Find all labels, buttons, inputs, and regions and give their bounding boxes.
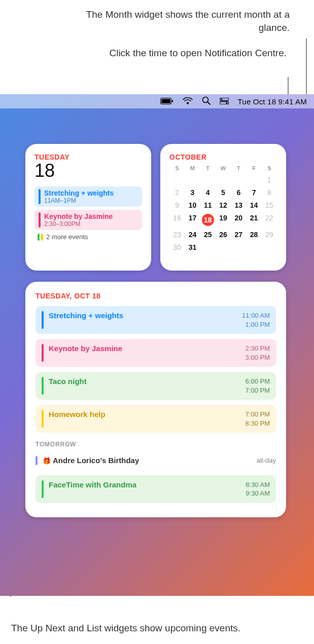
event-color-dot [41,234,43,241]
wifi-icon[interactable] [183,97,193,106]
month-title: October [169,153,277,161]
calendar-day[interactable]: 6 [231,188,246,197]
calendar-day[interactable]: 24 [185,231,200,239]
calendar-day[interactable]: 3 [185,188,200,197]
weekday-header: T [200,165,216,171]
event-title: Stretching + weights [49,311,237,329]
menubar-clock[interactable]: Tue Oct 18 9:41 AM [238,97,307,106]
event-color-bar [36,456,38,465]
upnext-date-number: 18 [34,160,142,181]
calendar-day[interactable]: 10 [185,201,200,209]
calendar-day[interactable]: 1 [262,176,277,184]
svg-point-8 [226,102,227,103]
event-times: all-day [257,456,276,465]
event-title: Keynote by Jasmine [44,212,113,220]
event-times: 2:30 PM3:00 PM [246,344,270,362]
event-title: Stretching + weights [44,189,114,197]
event-color-bar [42,344,44,362]
calendar-day[interactable]: 29 [262,231,277,239]
list-widget[interactable]: Tuesday, Oct 18 Stretching + weights11:0… [25,282,286,517]
calendar-day[interactable]: 19 [216,214,231,226]
event-times: 7:00 PM8:30 PM [246,410,270,428]
calendar-day[interactable]: 27 [231,231,246,239]
svg-line-4 [207,102,210,105]
event-title: 🎁Andre Lorico’s Birthday [43,456,252,465]
upnext-event[interactable]: Keynote by Jasmine2:30–3:00PM [34,210,142,230]
upnext-widget[interactable]: Tuesday 18 Stretching + weights11AM–1PMK… [25,144,151,271]
control-center-icon[interactable] [220,97,229,106]
calendar-day[interactable]: 9 [169,201,185,209]
list-event[interactable]: 🎁Andre Lorico’s Birthdayall-day [36,453,276,470]
event-title: Taco night [49,377,240,395]
calendar-day[interactable]: 20 [231,214,246,226]
prev-month-day [246,176,261,184]
svg-rect-1 [161,99,170,103]
callout-month-widget: The Month widget shows the current month… [77,8,290,34]
prev-month-day [185,176,200,184]
event-time: 11AM–1PM [44,197,114,204]
event-color-bar [42,480,44,498]
calendar-day[interactable]: 21 [246,214,261,226]
list-subheader-tomorrow: Tomorrow [36,441,276,448]
list-event[interactable]: Homework help7:00 PM8:30 PM [36,405,276,433]
prev-month-day [231,176,246,184]
weekday-header: S [262,165,277,171]
event-title: FaceTime with Grandma [49,480,240,498]
month-widget[interactable]: October SMTWTFS1234567891011121314151617… [160,144,286,271]
event-color-bar [39,189,41,204]
callout-time-click: Click the time to open Notification Cent… [74,47,287,60]
list-event[interactable]: Stretching + weights11:00 AM1:00 PM [36,306,276,334]
menubar: Tue Oct 18 9:41 AM [0,94,314,108]
calendar-day[interactable]: 16 [169,214,185,226]
today-date[interactable]: 18 [200,214,216,226]
calendar-day[interactable]: 7 [246,188,261,197]
battery-icon[interactable] [160,97,173,106]
spotlight-icon[interactable] [202,96,211,106]
gift-icon: 🎁 [43,457,51,465]
list-event[interactable]: Taco night6:00 PM7:00 PM [36,372,276,400]
event-times: 11:00 AM1:00 PM [242,311,270,329]
calendar-day[interactable]: 30 [169,243,185,251]
calendar-day[interactable]: 25 [200,231,216,239]
more-events-row[interactable]: 2 more events [34,233,142,241]
weekday-header: F [246,165,261,171]
event-color-dot [38,234,40,241]
event-color-bar [42,377,44,395]
calendar-day[interactable]: 15 [262,201,277,209]
svg-point-6 [221,98,222,100]
calendar-day[interactable]: 2 [169,188,185,197]
list-event[interactable]: Keynote by Jasmine2:30 PM3:00 PM [36,339,276,367]
calendar-day[interactable]: 22 [262,214,277,226]
calendar-day[interactable]: 31 [185,243,200,251]
calendar-day[interactable]: 8 [262,188,277,197]
weekday-header: S [169,165,185,171]
calendar-day[interactable]: 5 [216,188,231,197]
svg-point-3 [202,97,208,103]
svg-rect-2 [172,100,173,102]
event-times: 6:00 PM7:00 PM [246,377,270,395]
event-time: 2:30–3:00PM [44,220,113,228]
more-events-label: 2 more events [46,233,88,241]
list-event[interactable]: FaceTime with Grandma8:30 AM9:30 AM [36,475,276,503]
weekday-header: M [185,165,200,171]
desktop-area: Tue Oct 18 9:41 AM Tuesday 18 Stretching… [0,94,314,596]
event-color-bar [42,410,44,428]
callout-upnext-list: The Up Next and List widgets show upcomi… [11,622,245,635]
calendar-day[interactable]: 28 [246,231,261,239]
event-title: Homework help [49,410,240,428]
event-times: 8:30 AM9:30 AM [246,480,270,498]
calendar-day[interactable]: 26 [216,231,231,239]
calendar-day[interactable]: 12 [216,201,231,209]
calendar-day[interactable]: 17 [185,214,200,226]
callout-leader-line [288,77,289,96]
upnext-event[interactable]: Stretching + weights11AM–1PM [34,186,142,207]
calendar-day[interactable]: 14 [246,201,261,209]
calendar-day[interactable]: 13 [231,201,246,209]
calendar-day[interactable]: 11 [200,201,216,209]
weekday-header: W [216,165,231,171]
list-header-date: Tuesday, Oct 18 [36,292,276,300]
weekday-header: T [231,165,246,171]
calendar-day[interactable]: 23 [169,231,185,239]
month-grid: SMTWTFS123456789101112131415161718192021… [169,165,277,251]
calendar-day[interactable]: 4 [200,188,216,197]
